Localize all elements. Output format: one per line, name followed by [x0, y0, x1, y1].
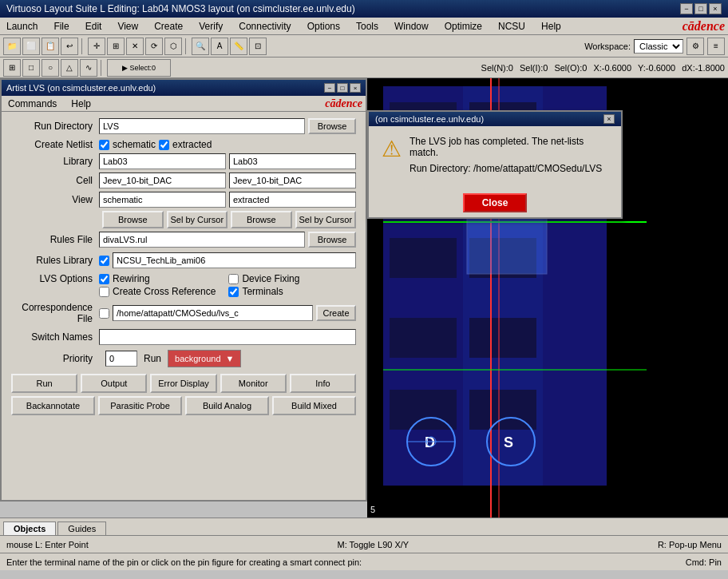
tb2-sel[interactable]: ▶ Select:0	[107, 59, 171, 77]
toolbar-copy[interactable]: ⊞	[107, 38, 125, 55]
dialog-title-bar: (on csimcluster.ee.unlv.edu) ×	[369, 112, 621, 126]
run-btn[interactable]: Run	[11, 374, 77, 393]
backannotate-btn[interactable]: Backannotate	[11, 396, 95, 415]
toolbar-btn8[interactable]: ⬡	[164, 38, 182, 55]
toolbar-zoom[interactable]: 🔍	[192, 38, 209, 55]
workspace-section: Workspace: Classic ⚙ ≡	[584, 38, 725, 55]
toolbar-text[interactable]: A	[211, 38, 228, 55]
rewiring-checkbox[interactable]	[99, 274, 109, 284]
tb2-btn2[interactable]: □	[22, 59, 40, 77]
workspace-select[interactable]: Classic	[634, 39, 683, 54]
rules-browse-btn[interactable]: Browse	[308, 232, 356, 248]
run-directory-input[interactable]	[99, 118, 305, 134]
sel-by-cursor-1[interactable]: Sel by Cursor	[167, 211, 228, 228]
run-directory-browse-btn[interactable]: Browse	[308, 118, 356, 134]
lvs-options-row: LVS Options Rewiring Device Fixing Creat…	[11, 273, 356, 297]
menu-file[interactable]: File	[50, 20, 72, 33]
menu-help[interactable]: Help	[538, 20, 564, 33]
menu-ncsu[interactable]: NCSU	[495, 20, 528, 33]
toolbar-open[interactable]: 📁	[3, 38, 21, 55]
cell-schematic-input[interactable]	[99, 173, 226, 188]
dialog-close-main-btn[interactable]: Close	[463, 193, 527, 212]
lvs-menu-help[interactable]: Help	[68, 97, 94, 110]
toolbar-btn2[interactable]: ⬜	[22, 38, 40, 55]
toolbar-move[interactable]: ✛	[88, 38, 105, 55]
workspace-extra[interactable]: ≡	[707, 38, 725, 55]
library-schematic-input[interactable]	[99, 153, 226, 169]
extracted-checkbox[interactable]	[159, 140, 169, 150]
menu-verify[interactable]: Verify	[196, 20, 226, 33]
correspondence-checkbox[interactable]	[99, 308, 109, 319]
maximize-btn[interactable]: □	[694, 3, 707, 14]
bottom-buttons-row: Backannotate Parasitic Probe Build Analo…	[11, 396, 356, 415]
view-schematic-input[interactable]	[99, 192, 226, 208]
tab-guides[interactable]: Guides	[57, 521, 106, 535]
lvs-maximize-btn[interactable]: □	[337, 83, 348, 93]
tb2-btn4[interactable]: △	[61, 59, 78, 77]
toolbar-btn4[interactable]: ↩	[61, 38, 78, 55]
lvs-menu-commands[interactable]: Commands	[5, 97, 60, 110]
run-dropdown-icon[interactable]: ▼	[226, 354, 235, 363]
build-analog-btn[interactable]: Build Analog	[185, 396, 269, 415]
lvs-close-btn[interactable]: ×	[350, 83, 361, 93]
create-cross-ref-checkbox[interactable]	[99, 287, 109, 297]
menu-connectivity[interactable]: Connectivity	[235, 20, 294, 33]
create-btn[interactable]: Create	[316, 305, 356, 321]
tb2-btn3[interactable]: ○	[42, 59, 59, 77]
dialog-close-x-btn[interactable]: ×	[603, 114, 615, 124]
toolbar-btn3[interactable]: 📋	[42, 38, 59, 55]
rules-file-input[interactable]	[99, 232, 305, 248]
toolbar-rotate[interactable]: ⟳	[145, 38, 163, 55]
rules-library-input[interactable]	[113, 252, 356, 268]
menu-create[interactable]: Create	[151, 20, 186, 33]
minimize-btn[interactable]: −	[680, 3, 693, 14]
menu-tools[interactable]: Tools	[353, 20, 382, 33]
dialog-text: The LVS job has completed. The net-lists…	[410, 136, 608, 179]
menu-edit[interactable]: Edit	[82, 20, 105, 33]
menu-optimize[interactable]: Optimize	[441, 20, 485, 33]
cell-extracted-input[interactable]	[229, 173, 356, 188]
browse-btn1[interactable]: Browse	[102, 211, 164, 228]
terminals-checkbox[interactable]	[228, 287, 239, 297]
status-left: mouse L: Enter Point	[6, 540, 89, 549]
correspondence-file-input[interactable]	[113, 305, 313, 321]
toolbar-ruler[interactable]: 📏	[230, 38, 247, 55]
toolbar-delete[interactable]: ✕	[126, 38, 144, 55]
sel-by-cursor-2[interactable]: Sel by Cursor	[295, 211, 357, 228]
tb2-btn5[interactable]: ∿	[80, 59, 97, 77]
priority-input[interactable]	[105, 351, 137, 367]
secondary-toolbar: ⊞ □ ○ △ ∿ ▶ Select:0 Sel(N):0 Sel(I):0 S…	[0, 58, 728, 78]
extracted-label: extracted	[172, 139, 212, 150]
switch-names-input[interactable]	[99, 329, 356, 345]
create-cross-ref-label: Create Cross Reference	[99, 286, 216, 297]
menu-view[interactable]: View	[114, 20, 141, 33]
tb2-btn1[interactable]: ⊞	[3, 59, 21, 77]
svg-rect-7	[390, 318, 457, 358]
library-row: Library	[11, 153, 356, 169]
library-extracted-input[interactable]	[229, 153, 356, 169]
lvs-minimize-btn[interactable]: −	[324, 83, 335, 93]
browse-sel-row: Browse Sel by Cursor Browse Sel by Curso…	[11, 211, 356, 228]
menu-options[interactable]: Options	[304, 20, 343, 33]
close-btn[interactable]: ×	[709, 3, 722, 14]
status-center: M: Toggle L90 X/Y	[337, 540, 409, 549]
rules-library-checkbox[interactable]	[99, 256, 109, 266]
device-fixing-text: Device Fixing	[242, 273, 299, 284]
device-fixing-checkbox[interactable]	[228, 274, 239, 284]
run-select[interactable]: background ▼	[168, 350, 241, 367]
error-display-btn[interactable]: Error Display	[150, 374, 216, 393]
menu-window[interactable]: Window	[391, 20, 432, 33]
menu-launch[interactable]: Launch	[3, 20, 41, 33]
build-mixed-btn[interactable]: Build Mixed	[272, 396, 356, 415]
lvs-options-label: LVS Options	[11, 273, 99, 284]
output-btn[interactable]: Output	[81, 374, 147, 393]
view-extracted-input[interactable]	[229, 192, 356, 208]
info-btn[interactable]: Info	[290, 374, 356, 393]
tab-objects[interactable]: Objects	[3, 521, 56, 535]
schematic-checkbox[interactable]	[99, 140, 109, 150]
browse-btn2[interactable]: Browse	[231, 211, 292, 228]
workspace-config[interactable]: ⚙	[686, 38, 704, 55]
toolbar-snap[interactable]: ⊡	[249, 38, 267, 55]
parasitic-probe-btn[interactable]: Parasitic Probe	[98, 396, 182, 415]
monitor-btn[interactable]: Monitor	[220, 374, 287, 393]
